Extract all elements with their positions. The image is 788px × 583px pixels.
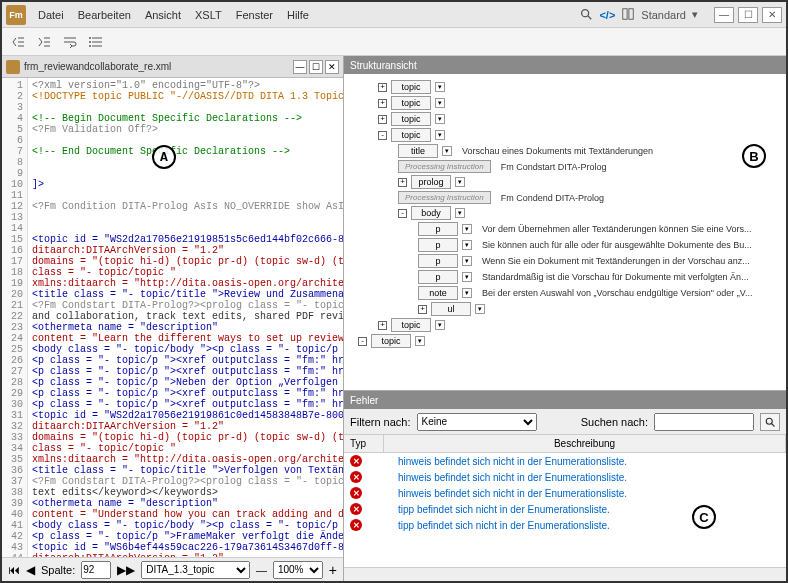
document-tab[interactable]: frm_reviewandcollaborate_re.xml — ☐ ✕: [2, 56, 343, 78]
tab-minimize-button[interactable]: —: [293, 60, 307, 74]
error-col-typ[interactable]: Typ: [344, 435, 384, 452]
node-label[interactable]: ul: [431, 302, 471, 316]
node-label[interactable]: topic: [391, 112, 431, 126]
error-row[interactable]: ✕hinweis befindet sich nicht in der Enum…: [344, 469, 786, 485]
dtd-select[interactable]: DITA_1.3_topic: [141, 561, 250, 579]
node-dropdown-icon[interactable]: ▾: [462, 272, 472, 282]
tree-node[interactable]: +topic▾: [378, 318, 782, 332]
tab-maximize-button[interactable]: ☐: [309, 60, 323, 74]
tool-list-icon[interactable]: [86, 32, 106, 52]
node-toggle[interactable]: -: [398, 209, 407, 218]
node-label[interactable]: topic: [371, 334, 411, 348]
error-row[interactable]: ✕hinweis befindet sich nicht in der Enum…: [344, 453, 786, 469]
node-label[interactable]: topic: [391, 80, 431, 94]
node-dropdown-icon[interactable]: ▾: [415, 336, 425, 346]
node-dropdown-icon[interactable]: ▾: [435, 82, 445, 92]
node-label[interactable]: p: [418, 270, 458, 284]
error-row[interactable]: ✕tipp befindet sich nicht in der Enumera…: [344, 501, 786, 517]
node-toggle[interactable]: -: [358, 337, 367, 346]
menu-hilfe[interactable]: Hilfe: [287, 9, 309, 21]
menu-xslt[interactable]: XSLT: [195, 9, 222, 21]
tool-indent-icon[interactable]: [34, 32, 54, 52]
node-toggle[interactable]: +: [398, 178, 407, 187]
node-toggle[interactable]: +: [418, 305, 427, 314]
tree-node[interactable]: +topic▾: [378, 96, 782, 110]
menu-ansicht[interactable]: Ansicht: [145, 9, 181, 21]
tree-node[interactable]: Processing InstructionFm Condend DITA-Pr…: [398, 191, 782, 204]
tree-node[interactable]: p▾Vor dem Übernehmen aller Textänderunge…: [418, 222, 782, 236]
error-row[interactable]: ✕hinweis befindet sich nicht in der Enum…: [344, 485, 786, 501]
tree-node[interactable]: +topic▾: [378, 112, 782, 126]
tree-node[interactable]: p▾Wenn Sie ein Dokument mit Textänderung…: [418, 254, 782, 268]
node-label[interactable]: topic: [391, 128, 431, 142]
error-search-input[interactable]: [654, 413, 754, 431]
tree-node[interactable]: -topic▾: [358, 334, 782, 348]
node-toggle[interactable]: +: [378, 115, 387, 124]
tree-node[interactable]: Processing InstructionFm Condstart DITA-…: [398, 160, 782, 173]
tree-node[interactable]: +prolog▾: [398, 175, 782, 189]
code-icon[interactable]: </>: [599, 9, 615, 21]
node-dropdown-icon[interactable]: ▾: [455, 208, 465, 218]
error-col-beschreibung[interactable]: Beschreibung: [384, 435, 786, 452]
node-label[interactable]: p: [418, 254, 458, 268]
tab-close-button[interactable]: ✕: [325, 60, 339, 74]
node-toggle[interactable]: +: [378, 99, 387, 108]
node-dropdown-icon[interactable]: ▾: [462, 288, 472, 298]
structure-tree[interactable]: B +topic▾+topic▾+topic▾-topic▾title▾Vors…: [344, 74, 786, 390]
node-label[interactable]: Processing Instruction: [398, 160, 491, 173]
node-label[interactable]: body: [411, 206, 451, 220]
node-label[interactable]: note: [418, 286, 458, 300]
node-dropdown-icon[interactable]: ▾: [435, 130, 445, 140]
node-label[interactable]: title: [398, 144, 438, 158]
minimize-button[interactable]: —: [714, 7, 734, 23]
node-label[interactable]: prolog: [411, 175, 451, 189]
node-toggle[interactable]: +: [378, 321, 387, 330]
node-dropdown-icon[interactable]: ▾: [442, 146, 452, 156]
tree-node[interactable]: +topic▾: [378, 80, 782, 94]
zoom-plus-icon[interactable]: +: [329, 562, 337, 578]
search-icon[interactable]: [579, 7, 593, 23]
menu-bearbeiten[interactable]: Bearbeiten: [78, 9, 131, 21]
menu-datei[interactable]: Datei: [38, 9, 64, 21]
tool-wrap-icon[interactable]: [60, 32, 80, 52]
code-editor[interactable]: 1234567891011121314151617181920212223242…: [2, 78, 343, 557]
node-dropdown-icon[interactable]: ▾: [435, 98, 445, 108]
node-dropdown-icon[interactable]: ▾: [455, 177, 465, 187]
column-input[interactable]: [81, 561, 111, 579]
tab-filename: frm_reviewandcollaborate_re.xml: [24, 61, 289, 72]
nav-prev-icon[interactable]: ◀: [26, 563, 35, 577]
node-label[interactable]: p: [418, 238, 458, 252]
nav-next-icon[interactable]: ▶▶: [117, 563, 135, 577]
node-label[interactable]: Processing Instruction: [398, 191, 491, 204]
tree-node[interactable]: note▾Bei der ersten Auswahl von „Vorscha…: [418, 286, 782, 300]
filter-select[interactable]: Keine: [417, 413, 537, 431]
zoom-select[interactable]: 100%: [273, 561, 323, 579]
node-label[interactable]: topic: [391, 96, 431, 110]
node-label[interactable]: p: [418, 222, 458, 236]
layout-icon[interactable]: [621, 7, 635, 23]
error-search-button[interactable]: [760, 413, 780, 431]
menu-fenster[interactable]: Fenster: [236, 9, 273, 21]
tree-node[interactable]: +ul▾: [418, 302, 782, 316]
close-button[interactable]: ✕: [762, 7, 782, 23]
node-dropdown-icon[interactable]: ▾: [462, 224, 472, 234]
tree-node[interactable]: -topic▾: [378, 128, 782, 142]
tool-outdent-icon[interactable]: [8, 32, 28, 52]
tree-node[interactable]: p▾Sie können auch für alle oder für ausg…: [418, 238, 782, 252]
tree-node[interactable]: title▾Vorschau eines Dokuments mit Textä…: [398, 144, 782, 158]
node-dropdown-icon[interactable]: ▾: [435, 114, 445, 124]
error-row[interactable]: ✕tipp befindet sich nicht in der Enumera…: [344, 517, 786, 533]
tree-node[interactable]: p▾Standardmäßig ist die Vorschau für Dok…: [418, 270, 782, 284]
node-dropdown-icon[interactable]: ▾: [462, 256, 472, 266]
node-dropdown-icon[interactable]: ▾: [462, 240, 472, 250]
maximize-button[interactable]: ☐: [738, 7, 758, 23]
node-toggle[interactable]: +: [378, 83, 387, 92]
node-dropdown-icon[interactable]: ▾: [435, 320, 445, 330]
error-scrollbar[interactable]: [344, 567, 786, 581]
node-toggle[interactable]: -: [378, 131, 387, 140]
node-dropdown-icon[interactable]: ▾: [475, 304, 485, 314]
node-label[interactable]: topic: [391, 318, 431, 332]
tree-node[interactable]: -body▾: [398, 206, 782, 220]
workspace-select[interactable]: Standard: [641, 9, 686, 21]
nav-first-icon[interactable]: ⏮: [8, 563, 20, 577]
